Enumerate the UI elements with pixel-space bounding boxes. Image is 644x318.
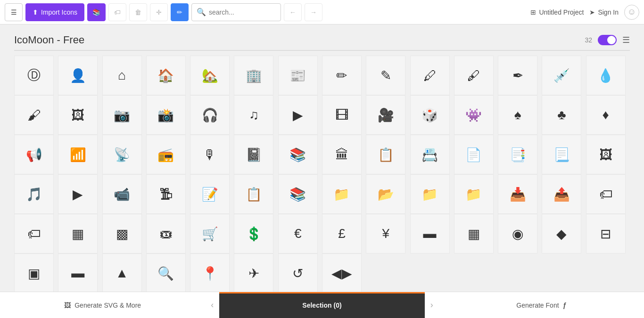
icon-blog[interactable]: ✒ — [498, 56, 537, 95]
icon-misc9[interactable]: 🔍 — [146, 253, 186, 292]
icon-clubs[interactable]: ♣ — [542, 95, 581, 135]
icon-misc6[interactable]: ▣ — [14, 253, 54, 292]
icon-count: 32 — [585, 36, 592, 44]
delete-button[interactable]: 🗑 — [129, 3, 147, 21]
icon-copy[interactable]: 📝 — [190, 174, 230, 214]
tag-button[interactable]: 🏷 — [108, 3, 126, 21]
icon-images[interactable]: 📷 — [102, 95, 142, 135]
icon-price-tag[interactable]: 🏷 — [586, 174, 626, 214]
icon-deno[interactable]: Ⓓ — [14, 56, 54, 95]
icon-dice[interactable]: 🎲 — [410, 95, 450, 135]
icon-misc1[interactable]: ▬ — [410, 214, 450, 253]
icon-paste[interactable]: 📋 — [234, 174, 273, 214]
move-button[interactable]: ✛ — [150, 3, 168, 21]
icon-files-empty[interactable]: 📑 — [498, 135, 537, 174]
icon-folder[interactable]: 📁 — [322, 174, 362, 214]
icon-folder-plus[interactable]: 📁 — [410, 174, 450, 214]
icon-play[interactable]: ▶ — [278, 95, 318, 135]
icon-pencil[interactable]: ✏ — [322, 56, 362, 95]
icon-folder-download[interactable]: 📥 — [498, 174, 537, 214]
avatar[interactable]: ☺ — [624, 5, 639, 20]
icon-folder-minus[interactable]: 📁 — [454, 174, 494, 214]
sign-in-button[interactable]: ➤ Sign In — [589, 8, 619, 16]
icon-stack[interactable]: 📚 — [278, 174, 318, 214]
icon-file-text[interactable]: 📃 — [542, 135, 581, 174]
grid-icon[interactable]: ☰ — [622, 35, 630, 45]
icon-folder-open[interactable]: 📂 — [366, 174, 405, 214]
view-toggle[interactable] — [598, 35, 617, 45]
icon-mic[interactable]: 🎙 — [190, 135, 230, 174]
icon-camera[interactable]: 📸 — [146, 95, 186, 135]
icon-misc8[interactable]: ▲ — [102, 253, 142, 292]
icon-qrcode[interactable]: ▩ — [102, 214, 142, 253]
undo-button[interactable]: ← — [284, 3, 302, 21]
icon-misc12[interactable]: ↺ — [278, 253, 318, 292]
icon-coin-pound[interactable]: £ — [322, 214, 362, 253]
import-icons-button[interactable]: ⬆ Import Icons — [25, 3, 84, 21]
icon-misc11[interactable]: ✈ — [234, 253, 273, 292]
icon-price-tags[interactable]: 🏷 — [14, 214, 54, 253]
icon-profile[interactable]: 👤 — [58, 56, 98, 95]
icon-misc13[interactable]: ◀▶ — [322, 253, 362, 292]
icon-file-video[interactable]: 📹 — [102, 174, 142, 214]
icon-music[interactable]: ♫ — [234, 95, 273, 135]
project-label: Untitled Project — [539, 8, 584, 16]
menu-button[interactable]: ☰ — [5, 3, 23, 21]
icon-file-play[interactable]: ▶ — [58, 174, 98, 214]
icon-podcast[interactable]: 📡 — [102, 135, 142, 174]
icon-file-zip[interactable]: 🗜 — [146, 174, 186, 214]
icon-misc5[interactable]: ⊟ — [586, 214, 626, 253]
icon-droplet[interactable]: 💧 — [586, 56, 626, 95]
library-button[interactable]: 📚 — [87, 3, 106, 21]
icon-coin-euro[interactable]: € — [278, 214, 318, 253]
icon-paint-format[interactable]: 🖌 — [14, 95, 54, 135]
icon-office[interactable]: 🏢 — [234, 56, 273, 95]
icon-home[interactable]: ⌂ — [102, 56, 142, 95]
icon-pencil2[interactable]: ✎ — [366, 56, 405, 95]
hamburger-icon: ☰ — [11, 8, 17, 16]
icon-file-empty[interactable]: 📄 — [454, 135, 494, 174]
icon-wifi[interactable]: 📶 — [58, 135, 98, 174]
icon-ticket[interactable]: 🎟 — [146, 214, 186, 253]
edit-button[interactable]: ✏ — [171, 3, 189, 21]
icon-library[interactable]: 🏛 — [322, 135, 362, 174]
redo-button[interactable]: → — [305, 3, 322, 21]
project-name[interactable]: ⊞ Untitled Project — [530, 8, 584, 16]
icon-spades[interactable]: ♠ — [498, 95, 537, 135]
icon-file-music[interactable]: 🎵 — [14, 174, 54, 214]
icon-film[interactable]: 🎞 — [322, 95, 362, 135]
icon-misc3[interactable]: ◉ — [498, 214, 537, 253]
icon-diamonds[interactable]: ♦ — [586, 95, 626, 135]
icon-home2[interactable]: 🏠 — [146, 56, 186, 95]
icon-newspaper[interactable]: 📰 — [278, 56, 318, 95]
icon-folder-upload[interactable]: 📤 — [542, 174, 581, 214]
icon-pacman[interactable]: 👾 — [454, 95, 494, 135]
icon-file-text2[interactable]: 📋 — [366, 135, 405, 174]
icon-pen[interactable]: 🖋 — [454, 56, 494, 95]
icon-quill[interactable]: 🖊 — [410, 56, 450, 95]
main-content: IcoMoon - Free 32 ☰ Ⓓ👤⌂🏠🏡🏢📰✏✎🖊🖋✒💉💧🖌🖼📷📸🎧♫… — [0, 24, 644, 292]
icon-eyedropper[interactable]: 💉 — [542, 56, 581, 95]
icon-book[interactable]: 📓 — [234, 135, 273, 174]
icon-coin-dollar[interactable]: 💲 — [234, 214, 273, 253]
icon-misc10[interactable]: 📍 — [190, 253, 230, 292]
upload-icon: ⬆ — [33, 8, 38, 16]
icon-bullhorn[interactable]: 📢 — [14, 135, 54, 174]
icon-misc7[interactable]: ▬ — [58, 253, 98, 292]
toolbar: ☰ ⬆ Import Icons 📚 🏷 🗑 ✛ ✏ 🔍 ← → ⊞ Un — [0, 0, 644, 24]
icon-barcode[interactable]: ▦ — [58, 214, 98, 253]
icon-misc2[interactable]: ▦ — [454, 214, 494, 253]
search-input[interactable] — [209, 8, 276, 16]
icon-file-picture[interactable]: 🖼 — [586, 135, 626, 174]
icon-headphones[interactable]: 🎧 — [190, 95, 230, 135]
icon-books[interactable]: 📚 — [278, 135, 318, 174]
icon-home3[interactable]: 🏡 — [190, 56, 230, 95]
icon-video-camera[interactable]: 🎥 — [366, 95, 405, 135]
icon-radio[interactable]: 📻 — [146, 135, 186, 174]
icon-coin-yen[interactable]: ¥ — [366, 214, 405, 253]
icon-cart[interactable]: 🛒 — [190, 214, 230, 253]
icon-misc4[interactable]: ◆ — [542, 214, 581, 253]
redo-icon: → — [310, 8, 317, 16]
icon-image[interactable]: 🖼 — [58, 95, 98, 135]
icon-profile2[interactable]: 📇 — [410, 135, 450, 174]
